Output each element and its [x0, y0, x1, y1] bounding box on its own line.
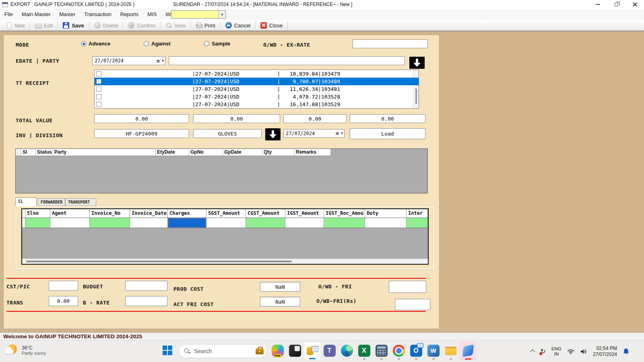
division-lookup-button[interactable]: [265, 128, 281, 140]
word-icon[interactable]: [425, 341, 442, 360]
menu-item-file[interactable]: File: [0, 10, 17, 19]
save-icon: [63, 22, 69, 29]
wifi-icon[interactable]: [567, 349, 574, 354]
menu-item-transaction[interactable]: Transaction: [80, 10, 116, 19]
search-box[interactable]: Search: [179, 344, 267, 358]
b-rate-input[interactable]: [125, 296, 167, 306]
menu-item-master[interactable]: Master: [55, 10, 80, 19]
grid2-cell-igst-amount[interactable]: [285, 218, 324, 228]
total-value-2[interactable]: 0.00: [193, 114, 280, 123]
total-value-3[interactable]: 0.00: [283, 114, 347, 123]
close-button[interactable]: [625, 0, 644, 9]
grid2-cell-slno[interactable]: [25, 218, 50, 228]
copilot-icon[interactable]: PRE: [269, 341, 286, 360]
tt-receipt-row[interactable]: |27-07-2024|USD | 4,078.72|103528: [95, 93, 419, 101]
hidden-icons-chevron-icon[interactable]: [531, 350, 535, 353]
cancel-button[interactable]: Cancel: [221, 21, 254, 30]
grid2-cell-sgst-amount[interactable]: [206, 218, 246, 228]
notification-bell-icon[interactable]: [623, 348, 630, 355]
row-checkbox[interactable]: [96, 94, 101, 99]
tt-receipt-row[interactable]: |27-07-2024|USD | 11,626.34|103481: [95, 85, 419, 93]
division-input[interactable]: GLOVES: [193, 129, 262, 138]
access-icon[interactable]: [303, 341, 321, 360]
row-checkbox[interactable]: [96, 102, 101, 107]
menu-item-reports[interactable]: Reports: [116, 10, 143, 19]
volume-icon[interactable]: [580, 349, 587, 354]
weather-widget[interactable]: 36°C Partly sunny: [5, 343, 46, 357]
material-grid[interactable]: SlStatusPartyEtyDateGpNoGpDateQtyRemarks: [15, 148, 428, 193]
horizontal-scrollbar[interactable]: [22, 259, 428, 264]
chevron-down-icon[interactable]: ▼: [219, 11, 225, 18]
inv-datepicker[interactable]: 27/07/2024 ▦ ▼: [283, 129, 345, 138]
load-button[interactable]: Load: [350, 128, 425, 139]
chevron-down-icon[interactable]: ▼: [160, 59, 165, 63]
language-indicator[interactable]: ENGIN: [551, 346, 561, 357]
clock[interactable]: 02:54 PM27/07/2024: [593, 346, 617, 358]
view-button[interactable]: View: [161, 21, 190, 30]
edit-button[interactable]: Edit: [31, 21, 57, 30]
confirm-button[interactable]: Confirm: [124, 21, 159, 30]
grid2-row-header[interactable]: [22, 218, 25, 228]
cst-pic-input[interactable]: [49, 281, 78, 291]
row-checkbox[interactable]: ✓: [96, 79, 101, 84]
delete-button[interactable]: Delete: [90, 21, 122, 30]
close-button[interactable]: Close: [256, 21, 287, 30]
grid2-cell-inter[interactable]: [407, 218, 428, 228]
grid2-cell-invoice-date[interactable]: [130, 218, 168, 228]
divider: [6, 278, 426, 279]
grid2-cell-agent[interactable]: [50, 218, 90, 228]
tab-forwarder[interactable]: FORWARDER: [38, 198, 65, 206]
excel-icon[interactable]: [355, 341, 373, 360]
total-value-4[interactable]: 0.00: [350, 114, 425, 123]
tab-transport[interactable]: TRANSPORT: [65, 198, 96, 206]
budget-input[interactable]: [125, 281, 167, 291]
calculator-icon[interactable]: [373, 341, 390, 360]
dark-app-icon[interactable]: [286, 341, 303, 360]
edate-datepicker[interactable]: 27/07/2024 ▦ ▼: [92, 56, 165, 65]
edge-icon[interactable]: [338, 341, 355, 360]
grid2-cell-charges[interactable]: [168, 218, 206, 228]
menu-quick-combo[interactable]: ▼: [171, 10, 226, 19]
outlook-icon[interactable]: [407, 341, 425, 360]
teams-icon[interactable]: [321, 341, 338, 360]
explorer-icon[interactable]: [442, 341, 459, 360]
mode-radio-sample[interactable]: Sample: [204, 41, 230, 47]
restore-button[interactable]: [607, 0, 625, 9]
menu-item-main-master[interactable]: Main Master: [17, 10, 55, 19]
party-input[interactable]: [169, 56, 405, 65]
owd-fri-input[interactable]: [389, 281, 426, 293]
print-button[interactable]: Print: [192, 21, 219, 30]
chrome-icon[interactable]: [390, 341, 407, 360]
invoice-input[interactable]: HF-GP24009: [94, 129, 189, 138]
exrate-input[interactable]: [353, 39, 428, 48]
sync-icon[interactable]: ↻: [541, 348, 546, 355]
tt-receipt-row[interactable]: ✓ |27-07-2024|USD | 9,780.07|103480: [95, 78, 419, 85]
grid2-cell-igst-roc-amou[interactable]: [324, 218, 365, 228]
start-button[interactable]: [163, 346, 173, 356]
grid2-cell-cgst-amount[interactable]: [246, 218, 285, 228]
total-value-1[interactable]: 0.00: [94, 114, 189, 123]
quick-combo-value[interactable]: [171, 11, 219, 18]
edate-party-label: EDATE | PARTY: [16, 58, 59, 64]
trans-input[interactable]: 0.00: [49, 296, 78, 306]
mode-radio-against[interactable]: Against: [144, 41, 171, 47]
menu-item-mis[interactable]: MIS: [143, 10, 161, 19]
tab-cl[interactable]: CL: [15, 197, 37, 206]
paint-icon[interactable]: [459, 341, 477, 360]
tt-receipt-row[interactable]: |27-07-2024|USD | 16,147.88|103529: [95, 101, 419, 108]
charges-grid[interactable]: SlnoAgentInvoice_NoInvoice_DateChargesSG…: [21, 208, 429, 265]
divider: [6, 311, 426, 312]
mode-radio-advance[interactable]: Advance: [81, 41, 110, 47]
row-checkbox[interactable]: [96, 71, 101, 76]
tt-receipt-list[interactable]: |27-07-2024|USD | 10,839.84|103479✓ |27-…: [94, 70, 419, 109]
owd-fri-rs-input[interactable]: [395, 299, 430, 310]
grid2-cell-duty[interactable]: [365, 218, 407, 228]
tt-receipt-row[interactable]: |27-07-2024|USD | 10,839.84|103479: [95, 70, 419, 78]
save-button[interactable]: Save: [59, 21, 88, 30]
party-lookup-button[interactable]: [409, 57, 425, 69]
row-checkbox[interactable]: [96, 86, 101, 92]
new-button[interactable]: New: [2, 21, 29, 30]
minimize-button[interactable]: [588, 0, 607, 9]
chevron-down-icon[interactable]: ▼: [339, 132, 344, 135]
grid2-cell-invoice-no[interactable]: [90, 218, 130, 228]
